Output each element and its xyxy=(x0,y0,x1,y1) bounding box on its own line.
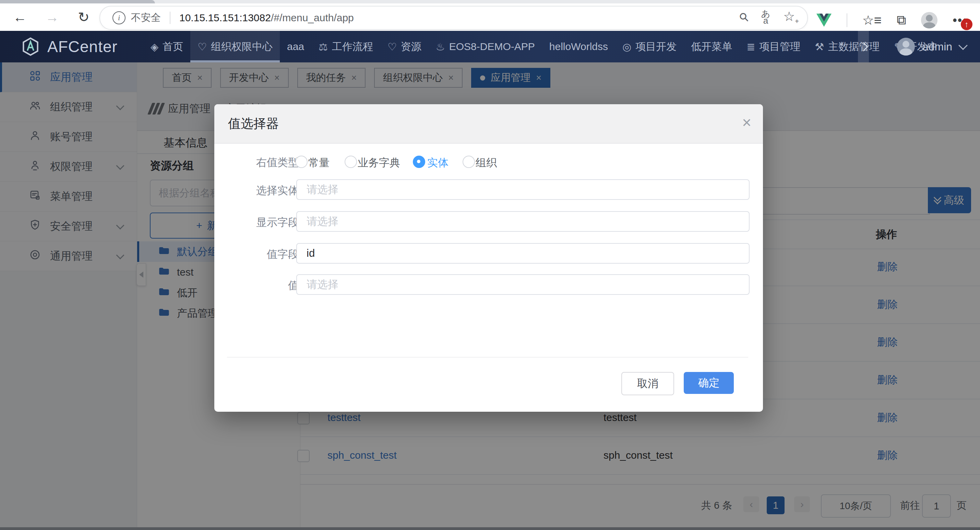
alarm-icon: ♨ xyxy=(436,41,445,53)
favorites-list-icon[interactable]: ☆≡ xyxy=(862,13,881,28)
close-icon[interactable]: × xyxy=(742,113,751,132)
top-nav-item-1[interactable]: ◈首页 xyxy=(143,31,190,62)
value-select-field[interactable] xyxy=(296,274,749,295)
window-bottom-edge xyxy=(0,527,980,530)
radio-1[interactable] xyxy=(295,156,307,168)
compass-icon: ◎ xyxy=(622,41,631,53)
radio-3-checked[interactable] xyxy=(413,156,425,168)
top-nav-item-label: 项目开发 xyxy=(635,40,676,54)
update-badge-icon[interactable]: ↑ xyxy=(961,19,972,30)
radio-label-3[interactable]: 实体 xyxy=(427,156,449,170)
nav-overflow-button[interactable] xyxy=(858,31,869,62)
top-nav-item-label: 组织权限中心 xyxy=(211,40,273,54)
user-avatar xyxy=(897,38,915,56)
top-nav-item-4[interactable]: ⚖工作流程 xyxy=(311,31,380,62)
browser-toolbar: ← → ↻ i 不安全 10.15.15.151:13082/#/menu_au… xyxy=(0,3,980,32)
top-nav-item-label: aaa xyxy=(287,41,304,53)
radio-4[interactable] xyxy=(463,156,475,168)
browser-profile-avatar[interactable] xyxy=(921,12,937,29)
top-nav-item-2[interactable]: ♡组织权限中心 xyxy=(190,31,280,62)
vue-devtools-icon[interactable] xyxy=(816,13,832,27)
radio-label-4[interactable]: 组织 xyxy=(476,156,497,170)
heart-icon: ♡ xyxy=(388,41,397,53)
tools-icon: ⚒ xyxy=(815,41,824,53)
top-nav-item-3[interactable]: aaa xyxy=(280,31,311,62)
value-selector-modal: 值选择器 × 右值类型： 常量业务字典实体组织 选择实体： 显示字段： 值字段：… xyxy=(214,104,763,412)
radio-2[interactable] xyxy=(345,156,357,168)
entity-select-input[interactable] xyxy=(297,183,749,196)
user-name: admin xyxy=(923,40,952,53)
info-icon[interactable]: i xyxy=(113,11,126,24)
top-nav-item-label: 工作流程 xyxy=(332,40,373,54)
modal-header: 值选择器 × xyxy=(214,104,763,144)
entity-select-field[interactable] xyxy=(296,179,749,200)
scales-icon: ⚖ xyxy=(318,41,328,53)
ok-button[interactable]: 确定 xyxy=(684,372,734,394)
chevron-right-icon xyxy=(859,42,868,51)
url-path[interactable]: /#/menu_auth/app xyxy=(271,12,354,24)
divider xyxy=(170,12,170,24)
heart-icon: ♡ xyxy=(197,41,207,53)
url-host[interactable]: 10.15.15.151:13082 xyxy=(179,12,271,24)
divider xyxy=(846,13,847,27)
translate-icon[interactable]: あa xyxy=(761,10,770,24)
display-field-input[interactable] xyxy=(297,215,749,228)
cancel-button[interactable]: 取消 xyxy=(621,372,674,395)
top-nav-item-7[interactable]: helloWorldss xyxy=(542,31,615,62)
chevron-down-icon xyxy=(958,41,968,50)
password-key-icon[interactable]: ⚲ xyxy=(736,9,752,25)
app-top-nav: AFCenter ◈首页♡组织权限中心aaa⚖工作流程♡资源♨EOS8-DEMO… xyxy=(0,31,980,62)
browser-tab[interactable] xyxy=(0,0,155,3)
top-nav-item-label: EOS8-DEMO-APP xyxy=(449,41,535,53)
value-select-input[interactable] xyxy=(297,279,749,291)
top-nav-item-label: 首页 xyxy=(162,40,183,54)
value-field-field[interactable] xyxy=(296,243,749,264)
app-brand-name: AFCenter xyxy=(47,37,118,56)
security-label: 不安全 xyxy=(131,11,161,25)
top-nav-items: ◈首页♡组织权限中心aaa⚖工作流程♡资源♨EOS8-DEMO-APPhello… xyxy=(143,31,942,62)
top-nav-item-9[interactable]: 低开菜单 xyxy=(684,31,739,62)
back-icon[interactable]: ← xyxy=(12,3,27,31)
layers-icon: ≣ xyxy=(746,41,755,53)
top-nav-item-6[interactable]: ♨EOS8-DEMO-APP xyxy=(429,31,542,62)
collections-icon[interactable]: ⧉ xyxy=(897,13,906,28)
top-nav-item-label: 低开菜单 xyxy=(691,40,732,54)
user-menu[interactable]: admin xyxy=(897,31,966,62)
browser-tab-strip xyxy=(0,0,980,3)
forward-icon[interactable]: → xyxy=(45,3,60,31)
app-logo[interactable]: AFCenter xyxy=(0,36,143,57)
diamond-icon: ◈ xyxy=(151,41,158,53)
radio-label-1[interactable]: 常量 xyxy=(308,156,329,170)
bookmark-star-icon[interactable]: ☆+ xyxy=(783,9,799,25)
value-field-input[interactable] xyxy=(297,247,749,259)
divider xyxy=(227,357,748,358)
reload-icon[interactable]: ↻ xyxy=(76,3,91,31)
top-nav-item-label: 资源 xyxy=(401,40,422,54)
top-nav-item-label: 项目管理 xyxy=(759,40,800,54)
radio-label-2[interactable]: 业务字典 xyxy=(358,156,400,170)
top-nav-item-11[interactable]: ⚒主数据管理 xyxy=(808,31,887,62)
afcenter-logo-icon xyxy=(20,36,41,57)
top-nav-item-10[interactable]: ≣项目管理 xyxy=(739,31,808,62)
top-nav-item-label: 主数据管理 xyxy=(828,40,880,54)
modal-title: 值选择器 xyxy=(228,115,279,132)
address-bar[interactable]: i 不安全 10.15.15.151:13082/#/menu_auth/app… xyxy=(99,6,808,30)
top-nav-item-8[interactable]: ◎项目开发 xyxy=(615,31,684,62)
display-field-select[interactable] xyxy=(296,211,749,232)
top-nav-item-5[interactable]: ♡资源 xyxy=(380,31,429,62)
screen: ← → ↻ i 不安全 10.15.15.151:13082/#/menu_au… xyxy=(0,0,980,530)
top-nav-item-label: helloWorldss xyxy=(549,41,608,53)
